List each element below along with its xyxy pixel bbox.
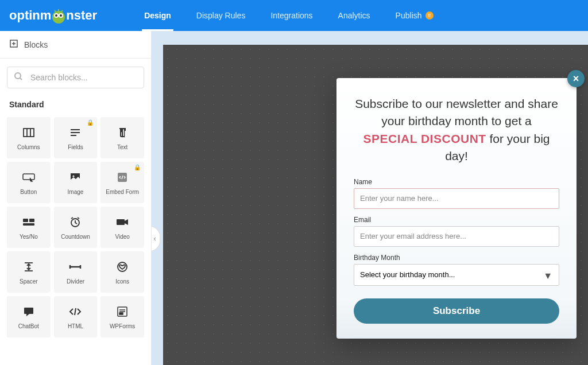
popup-preview[interactable]: × Subscribe to our newsletter and share … (336, 78, 577, 339)
svg-rect-32 (24, 308, 33, 314)
logo[interactable]: optinm nster (9, 7, 97, 24)
block-wpforms[interactable]: WPForms (100, 296, 144, 337)
email-label: Email (354, 216, 559, 224)
svg-rect-13 (71, 129, 80, 130)
clock-icon (69, 215, 82, 229)
chat-icon (22, 305, 35, 319)
logo-monster-icon (50, 7, 67, 24)
block-icons[interactable]: Icons (100, 251, 144, 293)
block-video[interactable]: Video (100, 207, 144, 248)
nav-design[interactable]: Design (131, 0, 184, 31)
block-chatbot[interactable]: ChatBot (7, 296, 51, 337)
sidebar: Blocks Standard Columns🔒Fields¶TextButto… (0, 31, 152, 365)
divider-icon (68, 260, 82, 274)
svg-point-8 (15, 73, 21, 79)
lock-icon: 🔒 (134, 164, 141, 170)
svg-rect-15 (71, 135, 76, 136)
blocks-icon (9, 39, 18, 50)
nav-display-rules[interactable]: Display Rules (184, 0, 258, 31)
code-icon (68, 305, 82, 319)
svg-rect-17 (23, 174, 34, 180)
svg-text:¶: ¶ (120, 127, 126, 138)
svg-rect-10 (24, 129, 34, 137)
fields-icon (69, 126, 82, 139)
block-columns[interactable]: Columns (7, 117, 51, 158)
svg-rect-23 (23, 223, 34, 226)
svg-rect-36 (119, 313, 123, 314)
svg-point-19 (73, 175, 75, 177)
svg-rect-22 (29, 219, 34, 222)
svg-rect-21 (23, 219, 28, 222)
heart-icon (116, 260, 129, 274)
block-fields[interactable]: 🔒Fields (54, 117, 98, 158)
popup-headline[interactable]: Subscribe to our newsletter and share yo… (354, 95, 559, 165)
block-text[interactable]: ¶Text (100, 117, 144, 158)
block-html[interactable]: HTML (54, 296, 98, 337)
category-title: Standard (9, 100, 142, 109)
image-icon (69, 170, 82, 184)
canvas: ‹ × Subscribe to our newsletter and shar… (152, 31, 588, 365)
spacer-icon (22, 260, 35, 274)
search-icon (14, 72, 23, 83)
sidebar-collapse-toggle[interactable]: ‹ (152, 226, 160, 251)
block-image[interactable]: Image (54, 162, 98, 203)
search-input[interactable] (7, 67, 144, 88)
lock-icon: 🔒 (87, 119, 94, 126)
bmonth-select[interactable]: Select your birthday month... (354, 264, 559, 286)
button-icon (22, 170, 36, 184)
popup-close-button[interactable]: × (567, 70, 585, 87)
svg-rect-14 (71, 132, 80, 133)
svg-rect-25 (117, 219, 125, 225)
text-icon: ¶ (116, 126, 129, 139)
form-icon (116, 305, 129, 319)
block-embedform[interactable]: 🔒Embed Form (100, 162, 144, 203)
svg-point-0 (52, 11, 65, 24)
blocks-tab[interactable]: Blocks (0, 31, 151, 59)
publish-badge: !! (425, 11, 434, 20)
svg-point-4 (60, 14, 62, 17)
email-input[interactable] (354, 226, 559, 247)
svg-point-3 (55, 14, 57, 17)
block-yesno[interactable]: Yes/No (7, 207, 51, 248)
bmonth-label: Birthday Month (354, 254, 559, 262)
yesno-icon (22, 215, 36, 229)
name-input[interactable] (354, 188, 559, 209)
chevron-left-icon: ‹ (154, 235, 156, 243)
top-nav: optinm nster Design Display Rules Integr… (0, 0, 588, 31)
block-countdown[interactable]: Countdown (54, 207, 98, 248)
svg-line-9 (20, 78, 22, 80)
subscribe-button[interactable]: Subscribe (354, 298, 559, 324)
block-spacer[interactable]: Spacer (7, 251, 51, 293)
nav-items: Design Display Rules Integrations Analyt… (131, 0, 446, 31)
close-icon: × (573, 73, 579, 85)
name-label: Name (354, 178, 559, 186)
block-grid: Columns🔒Fields¶TextButtonImage🔒Embed For… (7, 117, 144, 337)
embed-icon (116, 170, 129, 184)
video-icon (115, 215, 129, 229)
nav-analytics[interactable]: Analytics (326, 0, 383, 31)
svg-point-31 (118, 262, 127, 271)
columns-icon (22, 126, 35, 139)
nav-publish[interactable]: Publish!! (383, 0, 446, 31)
block-button[interactable]: Button (7, 162, 51, 203)
nav-integrations[interactable]: Integrations (258, 0, 325, 31)
block-divider[interactable]: Divider (54, 251, 98, 293)
